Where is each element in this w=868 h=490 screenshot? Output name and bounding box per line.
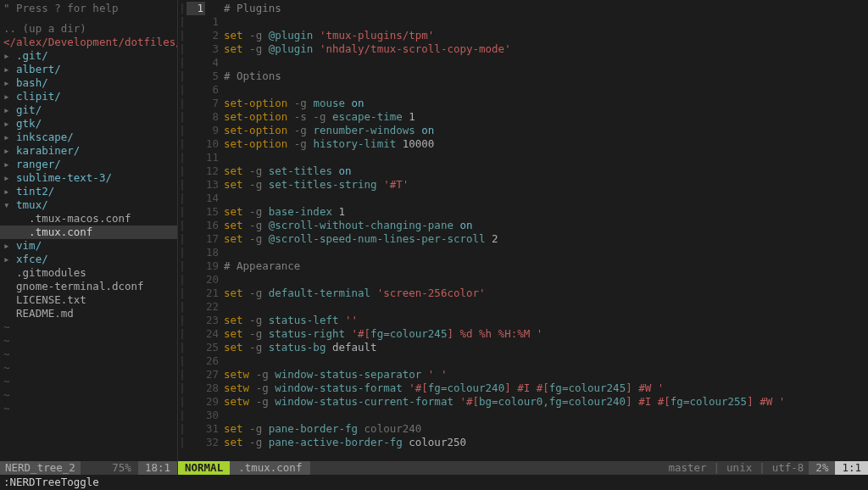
line-number-relative: 13 [205, 178, 224, 192]
editor-line[interactable]: |24set -g status-right '#[fg=colour245] … [178, 327, 868, 341]
tree-indent [3, 307, 16, 320]
editor-line[interactable]: |31set -g pane-border-fg colour240 [178, 422, 868, 436]
nerdtree-pane[interactable]: " Press ? for help .. (up a dir)</alex/D… [0, 0, 178, 475]
tree-dir[interactable]: ▸ xfce/ [0, 253, 177, 266]
nerdtree-content: " Press ? for help .. (up a dir)</alex/D… [0, 0, 177, 461]
chevron-right-icon: ▸ [3, 76, 16, 89]
line-number-relative: 4 [205, 56, 224, 70]
line-number-relative: 12 [205, 164, 224, 178]
editor-line[interactable]: |23set -g status-left '' [178, 314, 868, 327]
gutter-sep: | [178, 314, 186, 327]
tree-indent [3, 293, 16, 306]
line-number-relative: 2 [205, 29, 224, 42]
editor-line[interactable]: |20 [178, 273, 868, 287]
code-content: set -g status-bg default [224, 341, 377, 354]
editor-line[interactable]: |22 [178, 300, 868, 314]
line-number-relative: 15 [205, 205, 224, 219]
editor-pane[interactable]: |1# Plugins|1|2set -g @plugin 'tmux-plug… [178, 0, 868, 475]
gutter-sep: | [178, 42, 186, 56]
tree-indent [3, 212, 29, 225]
tree-dir[interactable]: ▸ albert/ [0, 63, 177, 76]
editor-line[interactable]: |1# Plugins [178, 2, 868, 15]
editor-line[interactable]: |4 [178, 56, 868, 70]
line-number-relative: 24 [205, 327, 224, 341]
editor-line[interactable]: |9set-option -g renumber-windows on [178, 124, 868, 137]
editor-line[interactable]: |26 [178, 354, 868, 368]
editor-line[interactable]: |13set -g set-titles-string '#T' [178, 178, 868, 192]
gutter-sep: | [178, 70, 186, 83]
editor-line[interactable]: |14 [178, 192, 868, 205]
editor-line[interactable]: |18 [178, 246, 868, 259]
gutter-sep: | [178, 2, 186, 15]
code-content: set-option -g mouse on [224, 97, 364, 110]
line-number-relative: 26 [205, 354, 224, 368]
tree-file[interactable]: README.md [0, 307, 177, 320]
tree-dir[interactable]: ▸ vim/ [0, 239, 177, 253]
line-number-relative: 25 [205, 341, 224, 354]
editor-line[interactable]: |17set -g @scroll-speed-num-lines-per-sc… [178, 232, 868, 246]
editor-line[interactable]: |3set -g @plugin 'nhdaly/tmux-scroll-cop… [178, 42, 868, 56]
editor-line[interactable]: |28setw -g window-status-format '#[fg=co… [178, 381, 868, 395]
tree-root-path[interactable]: </alex/Development/dotfiles/ [0, 36, 177, 49]
editor-line[interactable]: |1 [178, 15, 868, 29]
editor-line[interactable]: |5# Options [178, 70, 868, 83]
tree-up-a-dir[interactable]: .. (up a dir) [0, 22, 177, 36]
tree-dir[interactable]: ▸ tint2/ [0, 185, 177, 198]
editor-line[interactable]: |6 [178, 83, 868, 97]
code-content: setw -g window-status-format '#[fg=colou… [224, 381, 664, 395]
tree-dir[interactable]: ▾ tmux/ [0, 198, 177, 212]
editor-line[interactable]: |15set -g base-index 1 [178, 205, 868, 219]
tree-file[interactable]: .tmux-macos.conf [0, 212, 177, 226]
gutter-sep: | [178, 137, 186, 151]
tree-node-label: tmux/ [16, 198, 48, 211]
tree-dir[interactable]: ▸ bash/ [0, 76, 177, 90]
code-content: set -g @plugin 'tmux-plugins/tpm' [224, 29, 434, 42]
command-line[interactable]: :NERDTreeToggle [0, 475, 868, 490]
code-content: set-option -s -g escape-time 1 [224, 110, 415, 124]
tree-file[interactable]: gnome-terminal.dconf [0, 280, 177, 293]
tree-node-label: clipit/ [16, 90, 61, 103]
tree-file[interactable]: LICENSE.txt [0, 293, 177, 307]
editor-line[interactable]: |29setw -g window-status-current-format … [178, 395, 868, 409]
tree-file[interactable]: .tmux.conf [0, 226, 177, 239]
editor-line[interactable]: |21set -g default-terminal 'screen-256co… [178, 287, 868, 300]
editor-line[interactable]: |32set -g pane-active-border-fg colour25… [178, 436, 868, 449]
gutter-sep: | [178, 110, 186, 124]
line-number-relative: 27 [205, 368, 224, 381]
tree-node-label: gnome-terminal.dconf [16, 280, 144, 292]
editor-line[interactable]: |19# Appearance [178, 259, 868, 273]
editor-line[interactable]: |30 [178, 409, 868, 422]
tree-file[interactable]: .gitmodules [0, 266, 177, 280]
tree-dir[interactable]: ▸ sublime-text-3/ [0, 171, 177, 185]
tree-dir[interactable]: ▸ inkscape/ [0, 131, 177, 144]
line-number-relative: 8 [205, 110, 224, 124]
tree-dir[interactable]: ▸ gtk/ [0, 117, 177, 131]
editor-line[interactable]: |25set -g status-bg default [178, 341, 868, 354]
editor-line[interactable]: |2set -g @plugin 'tmux-plugins/tpm' [178, 29, 868, 42]
tree-dir[interactable]: ▸ ranger/ [0, 158, 177, 171]
editor-buffer[interactable]: |1# Plugins|1|2set -g @plugin 'tmux-plug… [178, 0, 868, 461]
tree-node-label: .tmux-macos.conf [29, 212, 131, 225]
tree-node-label: tint2/ [16, 185, 54, 198]
editor-line[interactable]: |27setw -g window-status-separator ' ' [178, 368, 868, 381]
editor-line[interactable]: |10set-option -g history-limit 10000 [178, 137, 868, 151]
line-number-relative: 20 [205, 273, 224, 287]
line-number-relative: 14 [205, 192, 224, 205]
line-number-relative: 9 [205, 124, 224, 137]
gutter-sep: | [178, 354, 186, 368]
editor-line[interactable]: |12set -g set-titles on [178, 164, 868, 178]
chevron-right-icon: ▸ [3, 131, 16, 143]
chevron-right-icon: ▸ [3, 185, 16, 198]
editor-line[interactable]: |11 [178, 151, 868, 164]
editor-line[interactable]: |16set -g @scroll-without-changing-pane … [178, 219, 868, 232]
editor-line[interactable]: |8set-option -s -g escape-time 1 [178, 110, 868, 124]
code-content: # Appearance [224, 259, 300, 273]
gutter-sep: | [178, 395, 186, 409]
tree-dir[interactable]: ▸ .git/ [0, 49, 177, 63]
tree-dir[interactable]: ▸ git/ [0, 103, 177, 117]
tree-dir[interactable]: ▸ karabiner/ [0, 144, 177, 158]
code-content: set -g @scroll-speed-num-lines-per-scrol… [224, 232, 498, 246]
nerdtree-status-pos: 18:1 [138, 461, 177, 475]
editor-line[interactable]: |7set-option -g mouse on [178, 97, 868, 110]
tree-dir[interactable]: ▸ clipit/ [0, 90, 177, 103]
